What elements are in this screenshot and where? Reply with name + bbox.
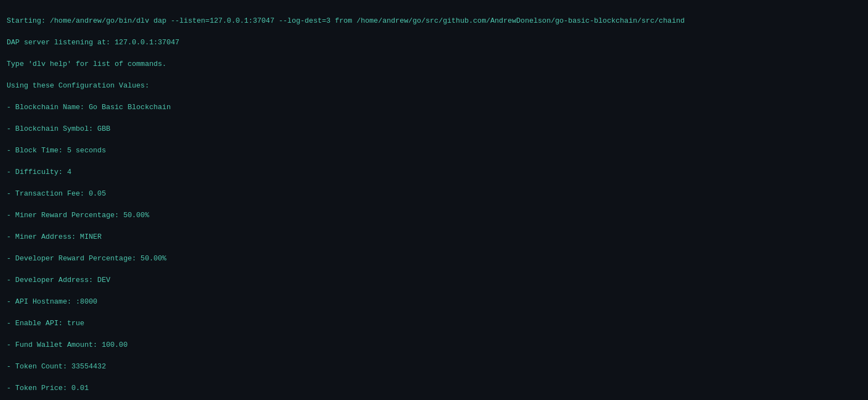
terminal-line-14: - Enable API: true — [7, 318, 861, 329]
terminal-line-3: Using these Configuration Values: — [7, 80, 861, 91]
terminal-line-1: DAP server listening at: 127.0.0.1:37047 — [7, 37, 861, 48]
terminal-line-6: - Block Time: 5 seconds — [7, 145, 861, 156]
terminal-line-2: Type 'dlv help' for list of commands. — [7, 59, 861, 70]
terminal-line-12: - Developer Address: DEV — [7, 275, 861, 286]
terminal-line-9: - Miner Reward Percentage: 50.00% — [7, 210, 861, 221]
terminal-line-0: Starting: /home/andrew/go/bin/dlv dap --… — [7, 16, 861, 27]
terminal-line-11: - Developer Reward Percentage: 50.00% — [7, 253, 861, 264]
terminal-line-5: - Blockchain Symbol: GBB — [7, 124, 861, 135]
terminal-line-7: - Difficulty: 4 — [7, 167, 861, 178]
terminal-line-8: - Transaction Fee: 0.05 — [7, 188, 861, 199]
terminal-line-16: - Token Count: 33554432 — [7, 361, 861, 372]
terminal-line-10: - Miner Address: MINER — [7, 232, 861, 243]
terminal-output: Starting: /home/andrew/go/bin/dlv dap --… — [7, 4, 861, 400]
terminal-line-15: - Fund Wallet Amount: 100.00 — [7, 340, 861, 351]
terminal-line-13: - API Hostname: :8000 — [7, 296, 861, 307]
terminal-line-17: - Token Price: 0.01 — [7, 383, 861, 394]
terminal-line-4: - Blockchain Name: Go Basic Blockchain — [7, 102, 861, 113]
